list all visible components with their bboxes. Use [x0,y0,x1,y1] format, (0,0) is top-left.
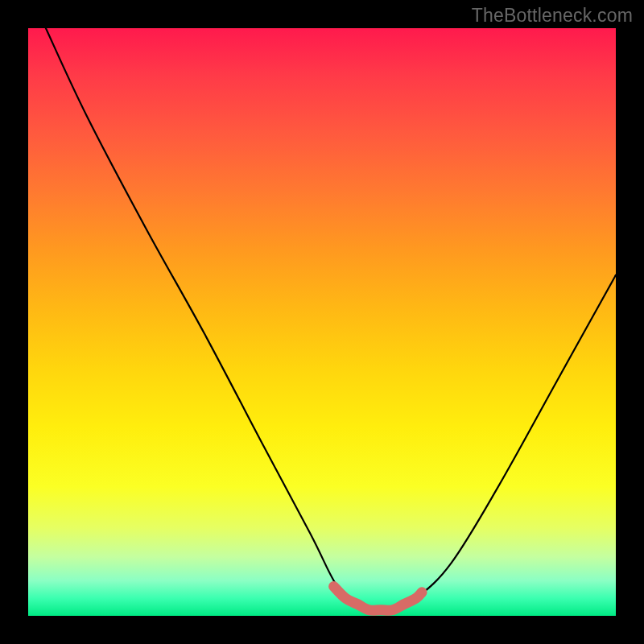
plot-background [28,28,616,616]
chart-frame: TheBottleneck.com [0,0,644,644]
watermark-text: TheBottleneck.com [472,5,633,27]
